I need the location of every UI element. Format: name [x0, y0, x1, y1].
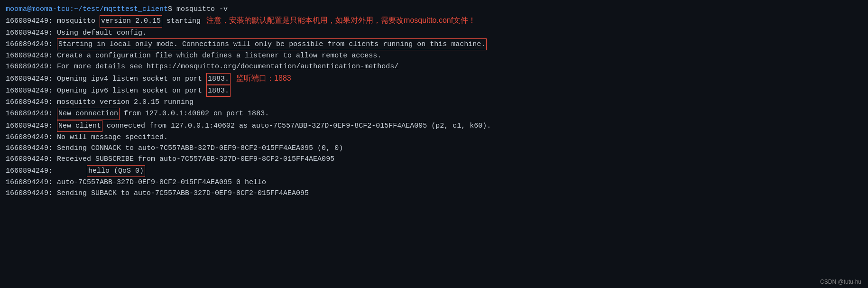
- log-before-local: [53, 39, 57, 50]
- timestamp-13: 1660894249:: [6, 154, 53, 165]
- timestamp-11: 1660894249:: [6, 132, 53, 143]
- timestamp-2: 1660894249:: [6, 28, 53, 38]
- prompt-line: mooma@mooma-tcu:~/test/mqtttest_client$ …: [6, 4, 862, 15]
- log-before-client: [53, 121, 57, 131]
- line-suback: 1660894249: Sending SUBACK to auto-7C557…: [6, 188, 862, 199]
- line-version: 1660894249: mosquitto version 2.0.15 sta…: [6, 15, 862, 27]
- watermark: CSDN @tutu-hu: [820, 279, 861, 285]
- line-default-config: 1660894249: Using default config.: [6, 28, 862, 38]
- line-ipv6: 1660894249: Opening ipv6 listen socket o…: [6, 85, 862, 97]
- timestamp-14: 1660894249:: [6, 166, 53, 177]
- log-tab-before-hello: [53, 166, 87, 177]
- prompt-text: mooma@mooma-tcu:~/test/mqtttest_client: [6, 4, 168, 15]
- timestamp-7: 1660894249:: [6, 85, 53, 96]
- new-connection-box: New connection: [57, 108, 120, 120]
- docs-link[interactable]: https://mosquitto.org/documentation/auth…: [147, 61, 398, 72]
- timestamp-9: 1660894249:: [6, 108, 53, 119]
- line-hello-qos: 1660894249: hello (QoS 0): [6, 165, 862, 177]
- line-create-config: 1660894249: Create a configuration file …: [6, 50, 862, 61]
- log-before-link: For more details see: [53, 61, 147, 72]
- ipv6-port-box: 1883.: [206, 85, 231, 97]
- line-local-only: 1660894249: Starting in local only mode.…: [6, 38, 862, 50]
- timestamp-16: 1660894249:: [6, 188, 53, 199]
- timestamp-8: 1660894249:: [6, 97, 53, 108]
- line-new-connection: 1660894249: New connection from 127.0.0.…: [6, 108, 862, 120]
- log-auto-hello: auto-7C557ABB-327D-0EF9-8CF2-015FF4AEA09…: [53, 177, 266, 188]
- timestamp-4: 1660894249:: [6, 50, 53, 61]
- version-box: version 2.0.15: [100, 15, 162, 27]
- log-after-version: starting: [162, 16, 201, 27]
- log-running: mosquitto version 2.0.15 running: [53, 97, 194, 108]
- annotation-port: 监听端口：1883: [236, 73, 291, 84]
- line-ipv4: 1660894249: Opening ipv4 listen socket o…: [6, 73, 862, 85]
- line-more-details: 1660894249: For more details see https:/…: [6, 61, 862, 72]
- timestamp-5: 1660894249:: [6, 61, 53, 72]
- timestamp-3: 1660894249:: [6, 39, 53, 50]
- log-after-client: connected from 127.0.0.1:40602 as auto-7…: [102, 121, 491, 131]
- log-create-config: Create a configuration file which define…: [53, 50, 381, 61]
- log-no-will: No will message specified.: [53, 132, 168, 143]
- line-no-will: 1660894249: No will message specified.: [6, 132, 862, 143]
- line-new-client: 1660894249: New client connected from 12…: [6, 120, 862, 132]
- timestamp-12: 1660894249:: [6, 143, 53, 154]
- timestamp-15: 1660894249:: [6, 177, 53, 188]
- ipv4-port-box: 1883.: [206, 73, 231, 85]
- log-connack: Sending CONNACK to auto-7C557ABB-327D-0E…: [53, 143, 343, 154]
- log-before-ipv6-port: Opening ipv6 listen socket on port: [53, 85, 206, 96]
- timestamp-6: 1660894249:: [6, 74, 53, 84]
- log-before-conn: [53, 108, 57, 119]
- log-subscribe: Received SUBSCRIBE from auto-7C557ABB-32…: [53, 154, 334, 165]
- log-suback: Sending SUBACK to auto-7C557ABB-327D-0EF…: [53, 188, 309, 199]
- log-before-ipv4-port: Opening ipv4 listen socket on port: [53, 74, 206, 84]
- log-before-version: mosquitto: [53, 16, 100, 27]
- timestamp-10: 1660894249:: [6, 121, 53, 131]
- line-connack: 1660894249: Sending CONNACK to auto-7C55…: [6, 143, 862, 154]
- hello-qos-box: hello (QoS 0): [87, 165, 145, 177]
- line-subscribe: 1660894249: Received SUBSCRIBE from auto…: [6, 154, 862, 165]
- annotation-default-config: 注意，安装的默认配置是只能本机用，如果对外用，需要改mosquitto.conf…: [206, 15, 476, 27]
- terminal-window: mooma@mooma-tcu:~/test/mqtttest_client$ …: [0, 0, 868, 288]
- dollar-sign: $: [168, 4, 172, 15]
- command-text: mosquitto -v: [172, 4, 228, 15]
- line-auto-hello: 1660894249: auto-7C557ABB-327D-0EF9-8CF2…: [6, 177, 862, 188]
- new-client-box: New client: [57, 120, 102, 132]
- timestamp-1: 1660894249:: [6, 16, 53, 27]
- log-default-config: Using default config.: [53, 28, 147, 38]
- local-only-box: Starting in local only mode. Connections…: [57, 38, 487, 50]
- log-after-conn: from 127.0.0.1:40602 on port 1883.: [120, 108, 269, 119]
- line-running: 1660894249: mosquitto version 2.0.15 run…: [6, 97, 862, 108]
